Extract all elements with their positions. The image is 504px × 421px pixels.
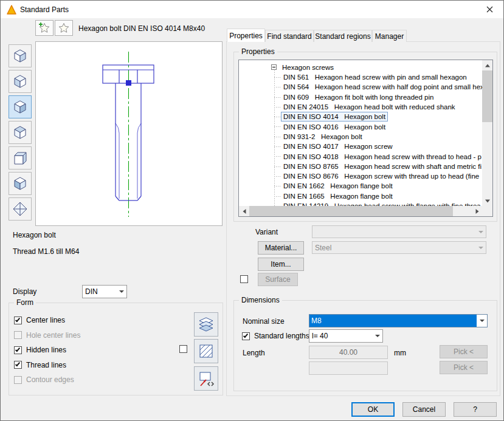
tree-item[interactable]: DIN EN ISO 8765 Hexagon head screw with … — [239, 162, 482, 171]
tree-item-label[interactable]: DIN 564 Hexagon head screw with half dog… — [281, 82, 482, 92]
view-button-6[interactable] — [9, 172, 32, 195]
hatch-options-button[interactable] — [194, 339, 218, 363]
checkbox[interactable] — [14, 361, 22, 369]
vertical-scroll-thumb[interactable] — [482, 70, 492, 122]
form-option-hidden-lines[interactable]: Hidden lines — [14, 346, 80, 354]
collapse-icon[interactable] — [271, 64, 277, 70]
tree-item[interactable]: DIN EN ISO 4016 Hexagon bolt — [239, 122, 482, 131]
combo-arrow-icon[interactable] — [116, 286, 126, 298]
arrow-right-icon — [475, 209, 478, 214]
form-option-contour-edges[interactable]: Contour edges — [14, 375, 80, 384]
edge-options-button[interactable] — [194, 366, 218, 391]
tree-root[interactable]: Hexagon screws — [271, 63, 336, 72]
scroll-left-button[interactable] — [239, 206, 249, 216]
close-button[interactable] — [476, 1, 503, 18]
scroll-up-button[interactable] — [482, 60, 492, 70]
tree-item-label[interactable]: DIN EN ISO 4014 Hexagon bolt — [281, 112, 388, 122]
tree-item[interactable]: DIN EN 14219 Hexagon head screw with fla… — [239, 201, 482, 206]
edges-icon — [197, 369, 215, 388]
item-button[interactable]: Item... — [258, 258, 304, 271]
checkbox[interactable] — [14, 331, 22, 339]
material-button[interactable]: Material... — [258, 241, 304, 255]
form-group-title: Form — [14, 298, 36, 307]
tab-label: Properties — [229, 32, 263, 40]
tree-item[interactable]: DIN EN 24015 Hexagon head bolt with redu… — [239, 102, 482, 112]
scroll-down-button[interactable] — [482, 196, 492, 206]
nominal-size-value[interactable]: M8 — [309, 315, 477, 327]
nominal-size-combo[interactable]: M8 — [309, 314, 488, 327]
form-option-thread-lines[interactable]: Thread lines — [14, 361, 80, 369]
tree-item-label[interactable]: DIN EN 1662 Hexagon flange bolt — [281, 181, 395, 191]
thread-range: Thread M1.6 till M64 — [13, 247, 79, 256]
variant-combo — [312, 225, 486, 238]
tree-item[interactable]: DIN 609 Hexagon fit bolt with long threa… — [239, 92, 482, 102]
tree-item-label[interactable]: DIN 931-2 Hexagon bolt — [281, 132, 365, 142]
layers-options-button[interactable] — [194, 312, 218, 337]
tree-horizontal-scrollbar[interactable] — [239, 206, 482, 216]
check-icon — [15, 361, 20, 367]
tree-item[interactable]: DIN 564 Hexagon head screw with half dog… — [239, 82, 482, 92]
horizontal-scroll-thumb[interactable] — [249, 206, 453, 216]
tab-manager[interactable]: Manager — [372, 30, 407, 42]
checkbox[interactable] — [14, 346, 22, 354]
display-combo[interactable]: DIN — [82, 285, 127, 298]
tree-item-label[interactable]: DIN EN 1665 Hexagon flange bolt — [281, 191, 395, 201]
tree-item[interactable]: DIN EN 1662 Hexagon flange bolt — [239, 181, 482, 191]
form-option-center-lines[interactable]: Center lines — [14, 316, 80, 324]
form-option-hole-center-lines[interactable]: Hole center lines — [14, 331, 80, 340]
tree-item-label[interactable]: DIN EN 14219 Hexagon head screw with fla… — [281, 201, 482, 206]
combo-arrow-icon[interactable] — [372, 330, 382, 342]
tab-find-standard[interactable]: Find standard — [265, 30, 314, 42]
tree-item[interactable]: DIN EN ISO 8676 Hexagon screw with threa… — [239, 171, 482, 181]
tree-item-label[interactable]: DIN EN ISO 8676 Hexagon screw with threa… — [281, 171, 482, 181]
tab-properties[interactable]: Properties — [227, 29, 265, 42]
view-button-7[interactable] — [9, 197, 32, 221]
standards-tree[interactable]: Hexagon screws DIN 561 Hexagon head scre… — [238, 60, 493, 217]
tab-standard-regions[interactable]: Standard regions — [314, 30, 372, 42]
standard-lengths-row[interactable]: Standard lengths — [242, 332, 309, 340]
tree-item-label[interactable]: DIN 561 Hexagon head screw with pin and … — [281, 72, 469, 82]
star-icon — [58, 22, 70, 34]
tree-item-label[interactable]: DIN EN 24015 Hexagon head bolt with redu… — [281, 102, 458, 112]
titlebar[interactable]: Standard Parts — [1, 1, 503, 18]
ok-button[interactable]: OK — [351, 402, 395, 417]
favorites-button[interactable] — [55, 20, 73, 36]
tree-item[interactable]: DIN EN ISO 4018 Hexagon head screw with … — [239, 151, 482, 161]
scroll-right-button[interactable] — [472, 206, 482, 216]
standard-lengths-checkbox[interactable] — [242, 332, 250, 340]
check-icon — [243, 332, 248, 338]
tree-root-label[interactable]: Hexagon screws — [280, 63, 336, 72]
view-button-3[interactable] — [9, 95, 32, 118]
combo-arrow-icon[interactable] — [477, 315, 487, 327]
reference-point-marker — [126, 80, 131, 86]
tree-item-label[interactable]: DIN EN ISO 4016 Hexagon bolt — [281, 122, 388, 132]
tree-item-label[interactable]: DIN EN ISO 8765 Hexagon head screw with … — [281, 162, 482, 171]
combo-arrow-icon — [475, 242, 486, 253]
tree-item[interactable]: DIN 931-2 Hexagon bolt — [239, 132, 482, 142]
tree-item-label[interactable]: DIN EN ISO 4017 Hexagon screw — [281, 142, 395, 151]
standard-length-combo[interactable]: l= 40 — [309, 329, 383, 343]
cancel-button[interactable]: Cancel — [402, 402, 446, 417]
variant-label: Variant — [255, 228, 278, 236]
tree-vertical-scrollbar[interactable] — [482, 60, 492, 206]
tree-item-label[interactable]: DIN EN ISO 4018 Hexagon head screw with … — [281, 152, 482, 162]
checkbox[interactable] — [14, 317, 22, 324]
view-button-4[interactable] — [9, 121, 32, 144]
checkbox[interactable] — [14, 376, 22, 384]
add-favorite-button[interactable] — [35, 20, 54, 36]
hatch-option-checkbox[interactable] — [179, 345, 187, 353]
cube-icon — [12, 74, 28, 89]
tree-item[interactable]: DIN EN 1665 Hexagon flange bolt — [239, 191, 482, 201]
hatch-icon — [197, 342, 215, 360]
view-button-5[interactable] — [9, 146, 32, 169]
tree-item-label[interactable]: DIN 609 Hexagon fit bolt with long threa… — [281, 92, 436, 102]
help-button[interactable]: ? — [454, 402, 497, 417]
view-button-1[interactable] — [9, 44, 32, 67]
tree-item[interactable]: DIN 561 Hexagon head screw with pin and … — [239, 72, 482, 82]
surface-checkbox[interactable] — [240, 275, 248, 283]
tree-item[interactable]: DIN EN ISO 4017 Hexagon screw — [239, 142, 482, 151]
cube-icon — [12, 125, 28, 140]
view-button-2[interactable] — [9, 70, 32, 93]
check-icon — [15, 346, 20, 352]
tree-item[interactable]: DIN EN ISO 4014 Hexagon bolt — [239, 112, 482, 122]
